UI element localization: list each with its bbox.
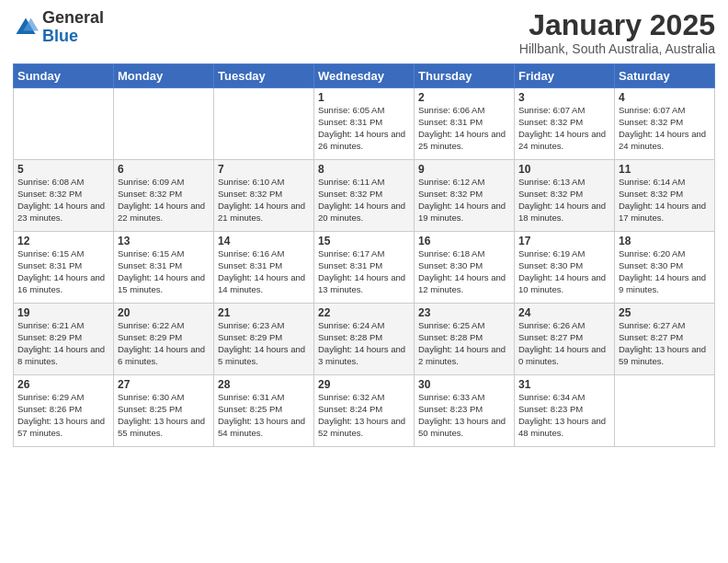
day-number: 20 (118, 306, 210, 319)
day-header-friday: Friday (515, 64, 615, 88)
calendar-cell: 1Sunrise: 6:05 AM Sunset: 8:31 PM Daylig… (314, 88, 415, 160)
day-info: Sunrise: 6:19 AM Sunset: 8:30 PM Dayligh… (518, 248, 610, 295)
calendar-cell (114, 88, 214, 160)
day-number: 1 (318, 91, 410, 104)
day-info: Sunrise: 6:15 AM Sunset: 8:31 PM Dayligh… (118, 248, 210, 295)
calendar-week-3: 12Sunrise: 6:15 AM Sunset: 8:31 PM Dayli… (14, 232, 715, 304)
day-info: Sunrise: 6:24 AM Sunset: 8:28 PM Dayligh… (318, 320, 410, 367)
calendar-cell: 19Sunrise: 6:21 AM Sunset: 8:29 PM Dayli… (14, 304, 114, 375)
day-info: Sunrise: 6:16 AM Sunset: 8:31 PM Dayligh… (218, 248, 310, 295)
day-number: 27 (118, 378, 210, 391)
day-header-tuesday: Tuesday (214, 64, 314, 88)
day-info: Sunrise: 6:07 AM Sunset: 8:32 PM Dayligh… (619, 105, 711, 152)
calendar-cell: 29Sunrise: 6:32 AM Sunset: 8:24 PM Dayli… (314, 375, 415, 447)
day-info: Sunrise: 6:29 AM Sunset: 8:26 PM Dayligh… (17, 392, 109, 439)
day-number: 2 (418, 91, 510, 104)
calendar-cell: 3Sunrise: 6:07 AM Sunset: 8:32 PM Daylig… (515, 88, 615, 160)
day-number: 21 (218, 306, 310, 319)
calendar-cell: 12Sunrise: 6:15 AM Sunset: 8:31 PM Dayli… (14, 232, 114, 304)
day-number: 4 (619, 91, 711, 104)
calendar-week-1: 1Sunrise: 6:05 AM Sunset: 8:31 PM Daylig… (14, 88, 715, 160)
logo-icon (13, 15, 39, 40)
calendar-cell (14, 88, 114, 160)
calendar-cell (615, 375, 715, 447)
calendar-week-2: 5Sunrise: 6:08 AM Sunset: 8:32 PM Daylig… (14, 160, 715, 232)
day-number: 14 (218, 235, 310, 247)
calendar-cell: 30Sunrise: 6:33 AM Sunset: 8:23 PM Dayli… (415, 375, 515, 447)
calendar-cell: 15Sunrise: 6:17 AM Sunset: 8:31 PM Dayli… (314, 232, 415, 304)
calendar-cell: 11Sunrise: 6:14 AM Sunset: 8:32 PM Dayli… (615, 160, 715, 232)
day-info: Sunrise: 6:32 AM Sunset: 8:24 PM Dayligh… (318, 392, 410, 439)
day-info: Sunrise: 6:09 AM Sunset: 8:32 PM Dayligh… (118, 177, 210, 224)
calendar-cell: 21Sunrise: 6:23 AM Sunset: 8:29 PM Dayli… (214, 304, 314, 375)
day-header-saturday: Saturday (615, 64, 715, 88)
day-info: Sunrise: 6:10 AM Sunset: 8:32 PM Dayligh… (218, 177, 310, 224)
calendar-cell: 24Sunrise: 6:26 AM Sunset: 8:27 PM Dayli… (515, 304, 615, 375)
month-title: January 2025 (519, 9, 715, 41)
day-number: 12 (17, 235, 109, 247)
day-number: 18 (619, 235, 711, 247)
location-title: Hillbank, South Australia, Australia (519, 41, 715, 56)
calendar-table: SundayMondayTuesdayWednesdayThursdayFrid… (13, 63, 715, 447)
calendar-cell: 10Sunrise: 6:13 AM Sunset: 8:32 PM Dayli… (515, 160, 615, 232)
header-area: General Blue January 2025 Hillbank, Sout… (13, 9, 715, 56)
day-number: 15 (318, 235, 410, 247)
day-info: Sunrise: 6:17 AM Sunset: 8:31 PM Dayligh… (318, 248, 410, 295)
calendar-cell: 18Sunrise: 6:20 AM Sunset: 8:30 PM Dayli… (615, 232, 715, 304)
day-number: 13 (118, 235, 210, 247)
day-number: 7 (218, 163, 310, 176)
day-number: 3 (518, 91, 610, 104)
day-number: 17 (518, 235, 610, 247)
day-info: Sunrise: 6:20 AM Sunset: 8:30 PM Dayligh… (619, 248, 711, 295)
day-info: Sunrise: 6:34 AM Sunset: 8:23 PM Dayligh… (518, 392, 610, 439)
day-info: Sunrise: 6:11 AM Sunset: 8:32 PM Dayligh… (318, 177, 410, 224)
calendar-cell: 6Sunrise: 6:09 AM Sunset: 8:32 PM Daylig… (114, 160, 214, 232)
day-number: 8 (318, 163, 410, 176)
day-info: Sunrise: 6:15 AM Sunset: 8:31 PM Dayligh… (17, 248, 109, 295)
day-number: 22 (318, 306, 410, 319)
day-info: Sunrise: 6:33 AM Sunset: 8:23 PM Dayligh… (418, 392, 510, 439)
logo-general: General (42, 8, 104, 27)
day-header-thursday: Thursday (415, 64, 515, 88)
day-number: 10 (518, 163, 610, 176)
day-info: Sunrise: 6:25 AM Sunset: 8:28 PM Dayligh… (418, 320, 510, 367)
day-number: 29 (318, 378, 410, 391)
logo-blue: Blue (42, 27, 78, 45)
calendar-header-row: SundayMondayTuesdayWednesdayThursdayFrid… (14, 64, 715, 88)
day-info: Sunrise: 6:21 AM Sunset: 8:29 PM Dayligh… (17, 320, 109, 367)
calendar-week-5: 26Sunrise: 6:29 AM Sunset: 8:26 PM Dayli… (14, 375, 715, 447)
day-info: Sunrise: 6:08 AM Sunset: 8:32 PM Dayligh… (17, 177, 109, 224)
calendar-cell: 31Sunrise: 6:34 AM Sunset: 8:23 PM Dayli… (515, 375, 615, 447)
calendar-cell: 14Sunrise: 6:16 AM Sunset: 8:31 PM Dayli… (214, 232, 314, 304)
title-area: January 2025 Hillbank, South Australia, … (519, 9, 715, 56)
day-number: 23 (418, 306, 510, 319)
day-number: 5 (17, 163, 109, 176)
day-number: 16 (418, 235, 510, 247)
day-info: Sunrise: 6:13 AM Sunset: 8:32 PM Dayligh… (518, 177, 610, 224)
calendar-cell: 8Sunrise: 6:11 AM Sunset: 8:32 PM Daylig… (314, 160, 415, 232)
calendar-cell: 23Sunrise: 6:25 AM Sunset: 8:28 PM Dayli… (415, 304, 515, 375)
day-info: Sunrise: 6:12 AM Sunset: 8:32 PM Dayligh… (418, 177, 510, 224)
calendar-cell: 20Sunrise: 6:22 AM Sunset: 8:29 PM Dayli… (114, 304, 214, 375)
day-info: Sunrise: 6:06 AM Sunset: 8:31 PM Dayligh… (418, 105, 510, 152)
day-header-monday: Monday (114, 64, 214, 88)
day-info: Sunrise: 6:07 AM Sunset: 8:32 PM Dayligh… (518, 105, 610, 152)
day-info: Sunrise: 6:30 AM Sunset: 8:25 PM Dayligh… (118, 392, 210, 439)
day-number: 9 (418, 163, 510, 176)
calendar-cell: 25Sunrise: 6:27 AM Sunset: 8:27 PM Dayli… (615, 304, 715, 375)
calendar-cell: 9Sunrise: 6:12 AM Sunset: 8:32 PM Daylig… (415, 160, 515, 232)
calendar-cell: 28Sunrise: 6:31 AM Sunset: 8:25 PM Dayli… (214, 375, 314, 447)
calendar-cell: 7Sunrise: 6:10 AM Sunset: 8:32 PM Daylig… (214, 160, 314, 232)
calendar-cell: 22Sunrise: 6:24 AM Sunset: 8:28 PM Dayli… (314, 304, 415, 375)
calendar-week-4: 19Sunrise: 6:21 AM Sunset: 8:29 PM Dayli… (14, 304, 715, 375)
day-info: Sunrise: 6:31 AM Sunset: 8:25 PM Dayligh… (218, 392, 310, 439)
calendar-cell: 4Sunrise: 6:07 AM Sunset: 8:32 PM Daylig… (615, 88, 715, 160)
day-number: 11 (619, 163, 711, 176)
day-info: Sunrise: 6:18 AM Sunset: 8:30 PM Dayligh… (418, 248, 510, 295)
day-number: 6 (118, 163, 210, 176)
day-number: 25 (619, 306, 711, 319)
logo: General Blue (13, 9, 104, 46)
day-info: Sunrise: 6:26 AM Sunset: 8:27 PM Dayligh… (518, 320, 610, 367)
day-header-wednesday: Wednesday (314, 64, 415, 88)
calendar-cell: 17Sunrise: 6:19 AM Sunset: 8:30 PM Dayli… (515, 232, 615, 304)
